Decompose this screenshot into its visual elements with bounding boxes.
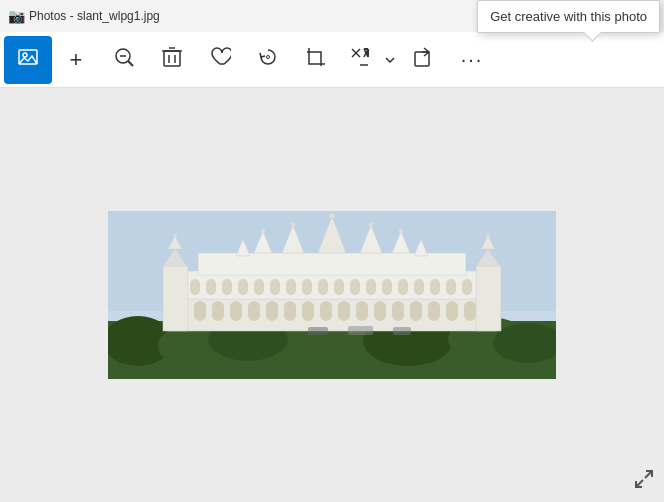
creative-tooltip: Get creative with this photo [477, 0, 660, 33]
svg-rect-42 [356, 301, 368, 321]
svg-point-10 [267, 56, 270, 59]
favorite-button[interactable] [196, 36, 244, 84]
title-bar-title: Photos - slant_wlpg1.jpg [29, 9, 160, 23]
zoom-out-button[interactable] [100, 36, 148, 84]
svg-line-91 [645, 471, 652, 478]
svg-rect-88 [348, 326, 373, 335]
svg-rect-87 [308, 327, 328, 335]
more-button[interactable]: ··· [448, 36, 496, 84]
creative-main-button[interactable] [340, 36, 380, 84]
svg-rect-68 [286, 279, 296, 295]
photo-container [108, 211, 556, 379]
svg-rect-89 [393, 327, 411, 335]
svg-point-84 [399, 229, 403, 233]
svg-rect-33 [194, 301, 206, 321]
creative-icon [349, 46, 371, 73]
svg-rect-37 [266, 301, 278, 321]
svg-rect-75 [398, 279, 408, 295]
app-icon: 📷 [8, 8, 25, 24]
svg-rect-43 [374, 301, 386, 321]
svg-point-86 [486, 234, 490, 238]
svg-rect-78 [446, 279, 456, 295]
svg-rect-73 [366, 279, 376, 295]
svg-rect-77 [430, 279, 440, 295]
creative-dropdown-button[interactable] [380, 36, 400, 84]
svg-rect-5 [164, 51, 180, 66]
home-icon [17, 46, 39, 73]
tooltip-text: Get creative with this photo [490, 9, 647, 24]
svg-point-24 [158, 326, 218, 366]
svg-rect-66 [254, 279, 264, 295]
svg-point-1 [23, 53, 27, 57]
svg-rect-63 [206, 279, 216, 295]
svg-line-90 [636, 480, 643, 487]
svg-rect-59 [476, 266, 501, 331]
more-icon: ··· [461, 48, 484, 71]
crop-button[interactable] [292, 36, 340, 84]
svg-point-83 [261, 229, 265, 233]
main-content [0, 88, 664, 502]
share-icon [413, 46, 435, 73]
svg-rect-72 [350, 279, 360, 295]
svg-rect-48 [464, 301, 476, 321]
zoom-out-icon [113, 46, 135, 73]
delete-button[interactable] [148, 36, 196, 84]
share-button[interactable] [400, 36, 448, 84]
svg-rect-64 [222, 279, 232, 295]
svg-rect-65 [238, 279, 248, 295]
svg-rect-69 [302, 279, 312, 295]
svg-point-82 [369, 223, 374, 228]
svg-point-85 [173, 234, 177, 238]
delete-icon [162, 46, 182, 73]
svg-rect-40 [320, 301, 332, 321]
toolbar: + [0, 32, 664, 88]
add-button[interactable]: + [52, 36, 100, 84]
svg-rect-70 [318, 279, 328, 295]
chevron-down-icon [385, 54, 395, 65]
svg-point-80 [329, 213, 335, 219]
svg-rect-46 [428, 301, 440, 321]
svg-rect-34 [212, 301, 224, 321]
home-button[interactable] [4, 36, 52, 84]
svg-rect-62 [190, 279, 200, 295]
crop-icon [305, 46, 327, 73]
expand-icon[interactable] [634, 469, 654, 494]
svg-rect-38 [284, 301, 296, 321]
photo-image [108, 211, 556, 379]
svg-rect-74 [382, 279, 392, 295]
svg-rect-56 [163, 266, 188, 331]
svg-rect-35 [230, 301, 242, 321]
svg-point-81 [291, 223, 296, 228]
svg-rect-79 [462, 279, 472, 295]
svg-rect-47 [446, 301, 458, 321]
svg-rect-45 [410, 301, 422, 321]
heart-icon [209, 47, 231, 72]
svg-rect-31 [198, 253, 466, 275]
svg-rect-44 [392, 301, 404, 321]
svg-rect-71 [334, 279, 344, 295]
edit-icon [257, 46, 279, 73]
svg-rect-41 [338, 301, 350, 321]
svg-line-4 [128, 61, 133, 66]
add-icon: + [70, 47, 83, 73]
edit-button[interactable] [244, 36, 292, 84]
svg-rect-36 [248, 301, 260, 321]
svg-rect-39 [302, 301, 314, 321]
svg-rect-76 [414, 279, 424, 295]
creative-split-button[interactable] [340, 36, 400, 84]
svg-rect-67 [270, 279, 280, 295]
